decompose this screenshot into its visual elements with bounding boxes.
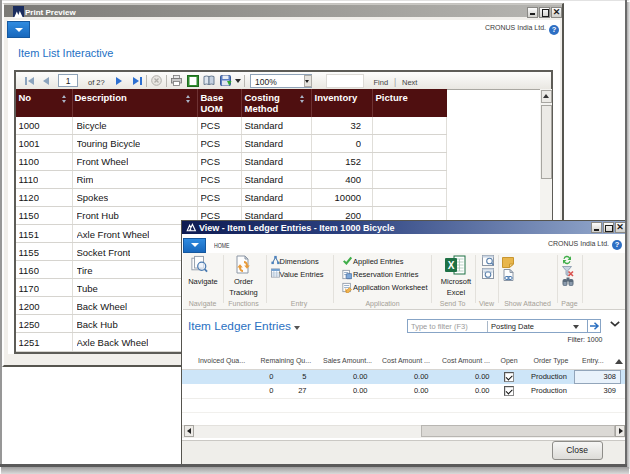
svg-text:X: X: [448, 260, 455, 271]
